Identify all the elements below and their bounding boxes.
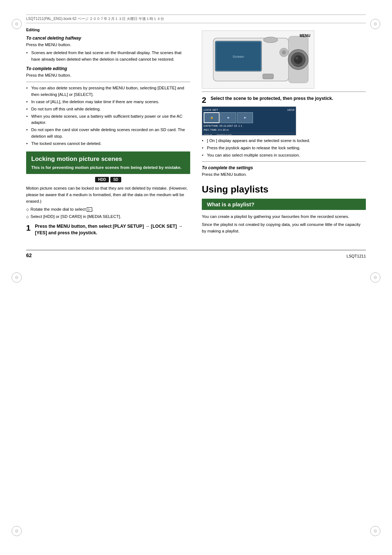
what-is-playlist-title: What is a playlist? — [207, 201, 361, 207]
setup-nav-label: SETUP ←: ENTER EXIT — [204, 134, 232, 135]
playlist-body-2: Since the playlist is not created by cop… — [202, 222, 366, 235]
screen-ui-nav: SETUP ←: ENTER EXIT — [204, 133, 294, 135]
screen-ui-top: LOCK SET 18/16 — [204, 108, 294, 112]
menu-label: MENU — [300, 34, 310, 38]
rectime-label: REC TIME: 0 h 20 m — [204, 128, 294, 132]
top-line: LSQT1211(PAL_ENG).book 62 ページ ２００７年２月１３日… — [26, 15, 366, 23]
svg-point-11 — [264, 37, 278, 43]
step-2-number: 2 — [202, 96, 206, 104]
additional-bullets: You can also delete scenes by pressing t… — [26, 85, 190, 147]
play-icon: ▷ — [87, 207, 92, 212]
svg-point-8 — [295, 57, 298, 60]
page-inner: LSQT1211(PAL_ENG).book 62 ページ ２００７年２月１３日… — [26, 15, 366, 258]
step-1-text: Press the MENU button, then select [PLAY… — [35, 223, 190, 236]
screen-ui-mockup: LOCK SET 18/16 🔒 ▶ ▶ DATE/TIME: 05.10.20… — [202, 106, 296, 135]
reg-mark-tl — [12, 19, 22, 29]
step-1-block: 1 Press the MENU button, then select [PL… — [26, 223, 190, 236]
bullet-item: Scenes are deleted from the last scene o… — [26, 50, 190, 63]
reg-mark-ml — [12, 272, 22, 283]
thumb-2: ▶ — [220, 112, 236, 123]
screen-ui-inner: LOCK SET 18/16 🔒 ▶ ▶ DATE/TIME: 05.10.20… — [202, 107, 296, 135]
bullet-item: Do not turn off this unit while deleting… — [26, 106, 190, 113]
using-playlists-title: Using playlists — [202, 184, 366, 195]
hdd-badge: HDD — [95, 177, 109, 182]
bullet-item: The locked scenes cannot be deleted. — [26, 141, 190, 147]
to-complete-settings-title: To complete the settings — [202, 165, 366, 170]
right-column: Screen — [202, 28, 366, 238]
step-2-bullets: [ On ] display appears and the selected … — [202, 138, 366, 158]
page: LSQT1211(PAL_ENG).book 62 ページ ２００７年２月１３日… — [0, 0, 392, 555]
playlist-body-1: You can create a playlist by gathering y… — [202, 214, 366, 220]
locking-section-title: Locking motion picture scenes — [31, 155, 185, 163]
datetime-label: DATE/TIME: 05.10.2007 15: 1 1 — [204, 124, 294, 128]
diamond-text-1: Rotate the mode dial to select ▷. — [30, 206, 94, 212]
to-cancel-bullets: Scenes are deleted from the last scene o… — [26, 50, 190, 63]
using-playlists-section: Using playlists What is a playlist? You … — [202, 184, 366, 234]
camera-illustration: Screen — [202, 31, 314, 89]
reg-mark-br — [370, 526, 380, 536]
svg-point-10 — [282, 50, 286, 54]
screen-ui-bottom: DATE/TIME: 05.10.2007 15: 1 1 REC TIME: … — [204, 124, 294, 132]
step2-bullet-1: [ On ] display appears and the selected … — [202, 138, 366, 144]
reg-mark-mr — [370, 272, 380, 283]
model-code: LSQT1211 — [347, 254, 366, 258]
bullet-item: Do not open the card slot cover while de… — [26, 127, 190, 140]
left-column: Editing To cancel deleting halfway Press… — [26, 28, 190, 238]
step-1-number: 1 — [26, 224, 30, 232]
to-cancel-text: Press the MENU button. — [26, 42, 190, 48]
step2-bullet-3: You can also select multiple scenes in s… — [202, 152, 366, 159]
bullet-item: You can also delete scenes by pressing t… — [26, 85, 190, 98]
diamond-text-2: Select [HDD] or [SD CARD] in [MEDIA SELE… — [30, 214, 121, 220]
hdd-sd-badges: HDD SD — [26, 177, 190, 182]
diamond-icon-2: ◇ — [26, 214, 29, 219]
step-2-block: 2 Select the scene to be protected, then… — [202, 96, 366, 104]
section-heading: Editing — [26, 28, 190, 32]
screen-ui-thumbs: 🔒 ▶ ▶ — [204, 112, 294, 123]
svg-text:Screen: Screen — [233, 54, 244, 58]
camera-svg: Screen — [202, 31, 314, 88]
locking-body-text: Motion picture scenes can be locked so t… — [26, 185, 190, 204]
page-num-display: 62 — [26, 252, 32, 258]
thumb-3: ▶ — [237, 112, 253, 123]
to-cancel-title: To cancel deleting halfway — [26, 36, 190, 41]
diamond-icon-1: ◇ — [26, 207, 29, 212]
reg-mark-bl — [12, 526, 22, 536]
svg-point-7 — [294, 55, 303, 64]
divider-right-1 — [202, 92, 366, 92]
divider-1 — [26, 82, 190, 82]
locking-section-desc: This is for preventing motion picture sc… — [31, 165, 185, 171]
reg-mark-tr — [370, 19, 380, 29]
step2-bullet-2: Press the joystick again to release the … — [202, 145, 366, 151]
page-footer: 62 LSQT1211 — [26, 250, 366, 258]
diamond-bullet-1: ◇ Rotate the mode dial to select ▷. — [26, 206, 190, 212]
two-column-layout: Editing To cancel deleting halfway Press… — [26, 28, 366, 238]
step-2-text: Select the scene to be protected, then p… — [211, 96, 333, 102]
diamond-bullet-2: ◇ Select [HDD] or [SD CARD] in [MEDIA SE… — [26, 214, 190, 220]
divider-right-2 — [202, 161, 366, 162]
to-complete-title: To complete editing — [26, 66, 190, 71]
page-number: 62 — [26, 252, 32, 258]
lock-set-label: LOCK SET — [204, 108, 218, 112]
what-is-playlist-box: What is a playlist? — [202, 199, 366, 210]
thumb-1: 🔒 — [204, 112, 220, 123]
to-complete-settings-text: Press the MENU button. — [202, 171, 366, 178]
svg-rect-12 — [263, 74, 274, 79]
sd-badge: SD — [110, 177, 121, 182]
to-complete-text: Press the MENU button. — [26, 72, 190, 79]
bullet-item: When you delete scenes, use a battery wi… — [26, 113, 190, 126]
locking-section-box: Locking motion picture scenes This is fo… — [26, 151, 190, 174]
page-num-label: 18/16 — [287, 108, 294, 112]
bullet-item: In case of [ALL], the deletion may take … — [26, 99, 190, 105]
